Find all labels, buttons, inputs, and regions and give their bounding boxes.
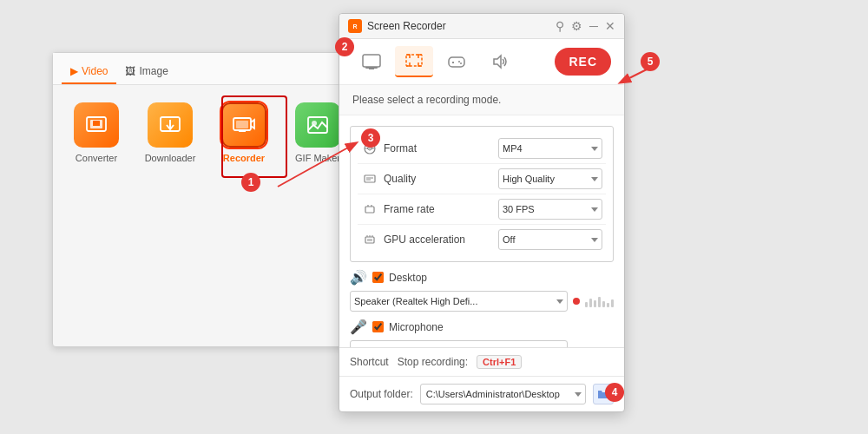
mic-label: Microphone [389,321,444,333]
svg-point-19 [458,61,460,62]
bar-5 [602,301,605,307]
nav-image[interactable]: 🖼 Image [116,60,176,84]
mic-device-select[interactable]: Mic in at front panel (Pink) (... [350,340,568,348]
format-row: Format MP4 AVI MOV [358,134,606,164]
framerate-icon [361,201,378,218]
settings-panel[interactable]: Format MP4 AVI MOV Quality [339,115,624,348]
minimize-button[interactable]: ─ [589,20,598,32]
game-icon [447,53,466,70]
desktop-audio-checkbox[interactable] [372,272,384,283]
close-button[interactable]: ✕ [605,20,615,32]
screen-recorder-window: R Screen Recorder ⚲ ⚙ ─ ✕ [339,13,625,412]
tool-recorder[interactable]: Recorder [214,102,274,163]
desktop-audio-label: Desktop [389,272,427,284]
gpu-label: GPU acceleration [384,233,498,246]
output-path-select[interactable]: C:\Users\Administrator\Desktop [420,384,586,404]
mode-game-btn[interactable] [437,46,476,77]
mode-region-btn[interactable] [395,46,433,77]
shortcut-key: Ctrl+F1 [477,355,522,369]
mode-audio-btn[interactable] [480,46,518,77]
region-icon [404,52,424,69]
gpu-row: GPU acceleration Off On [358,225,606,254]
window-title: Screen Recorder [367,20,556,32]
svg-rect-6 [236,121,248,128]
gifmaker-icon-bg [295,102,340,148]
desktop-audio-section: 🔊 Desktop Speaker (Realtek High Defi... [350,262,614,315]
tool-downloader[interactable]: Downloader [140,102,201,163]
open-folder-button[interactable] [593,384,614,404]
framerate-row: Frame rate 30 FPS 60 FPS 24 FPS [358,194,606,225]
downloader-icon-bg [148,102,193,148]
folder-icon [597,389,609,399]
shortcut-section: Shortcut Stop recording: Ctrl+F1 [339,348,624,377]
bar-6 [607,303,609,307]
desktop-audio-controls: Speaker (Realtek High Defi... [350,291,614,312]
gifmaker-label: GIF Maker [295,153,340,163]
svg-rect-7 [239,130,246,132]
bar-3 [594,300,596,307]
quality-label: Quality [384,173,498,185]
video-icon: ▶ [70,65,78,77]
framerate-label: Frame rate [384,203,498,215]
rec-button[interactable]: REC [555,48,611,76]
framerate-select[interactable]: 30 FPS 60 FPS 24 FPS [498,199,602,220]
nav-image-label: Image [139,65,168,77]
desktop-audio-dot [573,298,580,305]
fullscreen-icon [362,53,381,70]
prompt-text-label: Please select a recording mode. [352,94,501,106]
recorder-svg [232,113,256,137]
svg-rect-2 [93,121,100,126]
mic-checkbox[interactable] [372,321,384,332]
desktop-audio-header: 🔊 Desktop [350,269,614,286]
svg-text:R: R [352,23,357,30]
downloader-label: Downloader [145,153,196,163]
recorder-icon-bg [221,102,266,148]
bar-4 [598,297,601,307]
mode-fullscreen-btn[interactable] [352,46,391,77]
microphone-section: 🎤 Microphone Mic in at front panel (Pink… [350,315,614,348]
shortcut-stop-label: Stop recording: [398,356,468,368]
quality-row: Quality High Quality Medium Quality Low … [358,164,606,194]
image-icon: 🖼 [125,65,135,77]
mic-audio-controls: Mic in at front panel (Pink) (... [350,340,614,348]
format-label: Format [384,142,498,155]
app-icon: R [348,19,362,33]
prompt-text: Please select a recording mode. [339,85,624,115]
quality-icon [361,170,378,187]
shortcut-label: Shortcut [350,356,389,368]
format-select[interactable]: MP4 AVI MOV [498,138,602,159]
titlebar: R Screen Recorder ⚲ ⚙ ─ ✕ [339,14,624,39]
output-section: Output folder: C:\Users\Administrator\De… [339,377,624,411]
nav-video-label: Video [82,65,108,77]
desktop-audio-bars [585,295,614,307]
audio-icon [490,53,509,70]
bg-nav: ▶ Video 🖼 Image [53,53,381,85]
tool-converter[interactable]: Converter [66,102,127,163]
bar-7 [611,299,614,307]
search-icon[interactable]: ⚲ [556,20,564,32]
app-icon-svg: R [351,22,359,30]
gifmaker-svg [306,113,330,137]
gpu-icon [361,231,378,248]
downloader-svg [158,113,182,137]
settings-border-box: Format MP4 AVI MOV Quality [350,126,614,262]
quality-select[interactable]: High Quality Medium Quality Low Quality [498,168,602,189]
mic-icon: 🎤 [350,319,367,335]
nav-video[interactable]: ▶ Video [62,60,116,84]
desktop-device-select[interactable]: Speaker (Realtek High Defi... [350,291,568,312]
desktop-audio-icon: 🔊 [350,269,367,286]
svg-rect-15 [406,55,422,66]
svg-rect-27 [365,207,374,213]
gpu-select[interactable]: Off On [498,229,602,250]
mic-header: 🎤 Microphone [350,319,614,335]
settings-icon[interactable]: ⚙ [571,20,582,32]
window-controls: ⚲ ⚙ ─ ✕ [556,20,615,32]
output-label: Output folder: [350,388,413,400]
svg-rect-16 [449,57,464,67]
converter-icon-bg [74,102,119,148]
background-app-window: ▶ Video 🖼 Image Converter [52,52,382,347]
bar-2 [589,299,592,307]
converter-label: Converter [76,153,117,163]
converter-svg [84,113,108,137]
bar-1 [585,302,588,307]
